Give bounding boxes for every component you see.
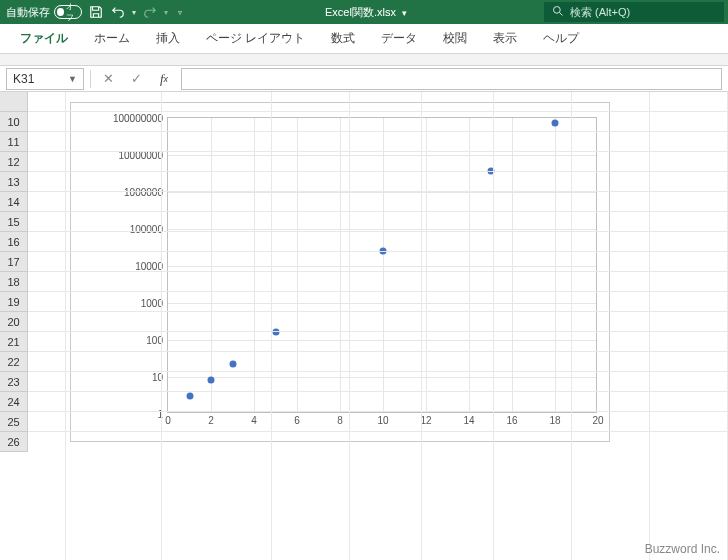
- formula-bar: K31 ▼ ✕ ✓ fx: [0, 66, 728, 92]
- plot-area: 1101001000100001000001000000100000001000…: [167, 117, 597, 413]
- autosave-state: オフ: [54, 5, 82, 19]
- row-header[interactable]: 12: [0, 152, 28, 172]
- enter-formula-icon[interactable]: ✓: [125, 68, 147, 90]
- title-bar: 自動保存 オフ ▾ ▾ ▿ Excel関数.xlsx ▾ 検索 (Alt+Q): [0, 0, 728, 24]
- x-tick-label: 18: [549, 412, 560, 426]
- tab-home[interactable]: ホーム: [82, 24, 142, 54]
- cancel-formula-icon[interactable]: ✕: [97, 68, 119, 90]
- document-title: Excel関数.xlsx: [325, 6, 396, 18]
- save-icon[interactable]: [88, 4, 104, 20]
- tab-pagelayout[interactable]: ページ レイアウト: [194, 24, 317, 54]
- redo-icon: [142, 4, 158, 20]
- chevron-down-icon: ▼: [68, 74, 77, 84]
- redo-dropdown-icon: ▾: [164, 8, 168, 17]
- title-dropdown-icon[interactable]: ▾: [402, 8, 407, 18]
- x-tick-label: 12: [420, 412, 431, 426]
- row-header[interactable]: 19: [0, 292, 28, 312]
- autosave-toggle[interactable]: 自動保存 オフ: [6, 5, 82, 20]
- x-tick-label: 0: [165, 412, 171, 426]
- x-tick-label: 4: [251, 412, 257, 426]
- autosave-label: 自動保存: [6, 5, 50, 20]
- name-box[interactable]: K31 ▼: [6, 68, 84, 90]
- data-point: [229, 360, 236, 367]
- watermark: Buzzword Inc.: [645, 542, 720, 556]
- tab-data[interactable]: データ: [369, 24, 429, 54]
- undo-dropdown-icon[interactable]: ▾: [132, 8, 136, 17]
- row-header[interactable]: 11: [0, 132, 28, 152]
- tab-insert[interactable]: 挿入: [144, 24, 192, 54]
- row-header[interactable]: 17: [0, 252, 28, 272]
- x-tick-label: 10: [377, 412, 388, 426]
- tab-review[interactable]: 校閲: [431, 24, 479, 54]
- y-tick-label: 1000: [141, 298, 168, 309]
- x-tick-label: 14: [463, 412, 474, 426]
- y-tick-label: 10000: [135, 261, 168, 272]
- tab-file[interactable]: ファイル: [8, 24, 80, 54]
- y-tick-label: 10: [152, 372, 168, 383]
- sheet-body[interactable]: 1101001000100001000001000000100000001000…: [28, 92, 728, 560]
- row-header[interactable]: 15: [0, 212, 28, 232]
- tab-help[interactable]: ヘルプ: [531, 24, 591, 54]
- fx-icon[interactable]: fx: [153, 68, 175, 90]
- formula-input[interactable]: [181, 68, 722, 90]
- row-header[interactable]: 18: [0, 272, 28, 292]
- svg-point-0: [554, 7, 561, 14]
- data-point: [186, 393, 193, 400]
- search-box[interactable]: 検索 (Alt+Q): [544, 2, 724, 22]
- row-header[interactable]: 16: [0, 232, 28, 252]
- undo-icon[interactable]: [110, 4, 126, 20]
- ribbon-tabs: ファイル ホーム 挿入 ページ レイアウト 数式 データ 校閲 表示 ヘルプ: [0, 24, 728, 54]
- row-header[interactable]: 13: [0, 172, 28, 192]
- row-header[interactable]: 20: [0, 312, 28, 332]
- select-all-corner[interactable]: [0, 92, 28, 111]
- spreadsheet-grid[interactable]: A B C D E F G H I 1011121314151617181920…: [0, 92, 728, 112]
- row-header[interactable]: 21: [0, 332, 28, 352]
- x-tick-label: 6: [294, 412, 300, 426]
- tab-view[interactable]: 表示: [481, 24, 529, 54]
- row-header[interactable]: 22: [0, 352, 28, 372]
- data-point: [552, 119, 559, 126]
- y-tick-label: 100000000: [113, 113, 168, 124]
- x-tick-label: 16: [506, 412, 517, 426]
- name-box-value: K31: [13, 72, 34, 86]
- row-header[interactable]: 10: [0, 112, 28, 132]
- row-header[interactable]: 24: [0, 392, 28, 412]
- row-header[interactable]: 26: [0, 432, 28, 452]
- y-tick-label: 100: [146, 335, 168, 346]
- window-title: Excel関数.xlsx ▾: [188, 5, 544, 20]
- row-header[interactable]: 25: [0, 412, 28, 432]
- data-point: [208, 376, 215, 383]
- row-header[interactable]: 23: [0, 372, 28, 392]
- x-tick-label: 20: [592, 412, 603, 426]
- tab-formulas[interactable]: 数式: [319, 24, 367, 54]
- search-placeholder: 検索 (Alt+Q): [570, 5, 630, 20]
- row-header[interactable]: 14: [0, 192, 28, 212]
- search-icon: [552, 5, 564, 19]
- qat-customize-icon[interactable]: ▿: [178, 8, 182, 17]
- x-tick-label: 8: [337, 412, 343, 426]
- y-tick-label: 100000: [130, 224, 168, 235]
- x-tick-label: 2: [208, 412, 214, 426]
